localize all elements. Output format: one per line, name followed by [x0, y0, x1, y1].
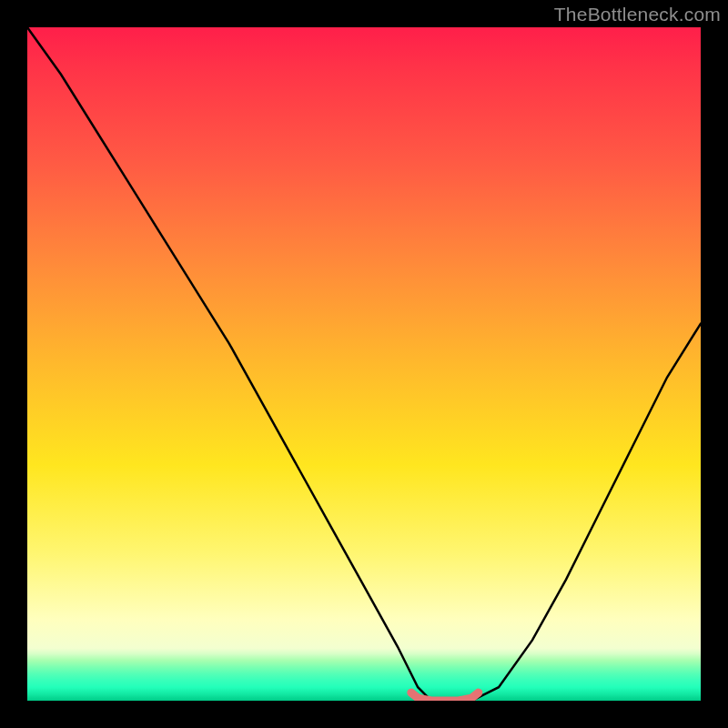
- plot-area: [27, 27, 701, 701]
- bottleneck-curve: [27, 27, 701, 701]
- watermark-text: TheBottleneck.com: [554, 4, 721, 25]
- optimal-marker: [411, 693, 479, 701]
- curves-svg: [27, 27, 701, 701]
- chart-frame: TheBottleneck.com: [0, 0, 728, 728]
